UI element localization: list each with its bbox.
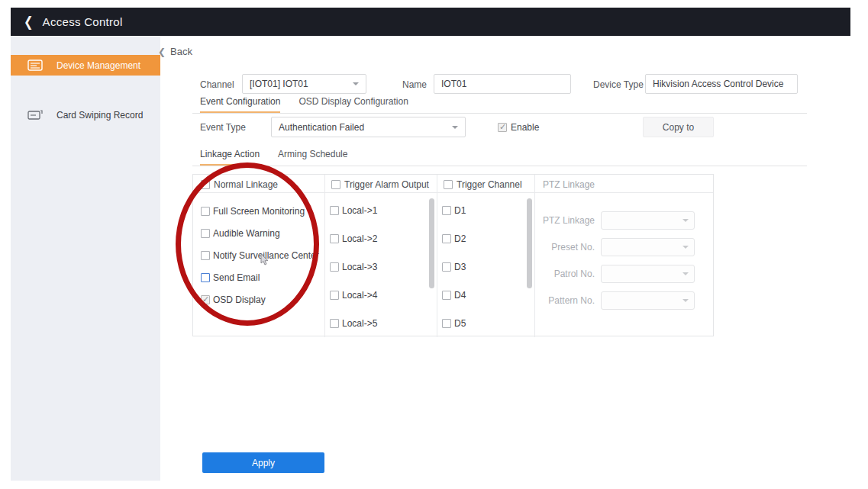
list-item: D2 <box>442 224 466 253</box>
local-3-checkbox[interactable] <box>330 262 339 272</box>
name-value: IOT01 <box>441 79 466 89</box>
chevron-down-icon <box>682 299 689 302</box>
sidebar-item-card-swiping-record[interactable]: Card Swiping Record <box>11 105 160 125</box>
ptz-linkage-label: PTZ Linkage <box>535 215 595 226</box>
local-2-checkbox[interactable] <box>330 234 339 243</box>
tab-linkage-action[interactable]: Linkage Action <box>200 149 260 166</box>
column-trigger-channel: Trigger Channel D1 D2 D3 D4 D5 <box>437 175 535 337</box>
linkage-tabs: Linkage Action Arming Schedule <box>200 149 347 166</box>
ptz-linkage-row: PTZ Linkage <box>535 211 695 230</box>
list-item: Local->4 <box>330 281 377 309</box>
event-type-label: Event Type <box>200 122 246 133</box>
list-item: Full Screen Monitoring <box>201 200 319 222</box>
trigger-alarm-output-checkbox[interactable] <box>331 180 340 189</box>
scrollbar-thumb[interactable] <box>429 198 434 288</box>
name-label: Name <box>402 79 427 90</box>
chevron-down-icon <box>353 82 359 85</box>
name-field[interactable]: IOT01 <box>434 74 571 94</box>
ptz-linkage-select <box>601 211 695 230</box>
app-window: ❮ Access Control Device Management Card … <box>11 8 850 481</box>
notify-surveillance-center-checkbox[interactable] <box>201 251 210 260</box>
enable-label: Enable <box>511 122 539 133</box>
card-swiping-record-icon <box>27 109 43 121</box>
patrol-no-row: Patrol No. <box>535 265 695 283</box>
list-item: Audible Warning <box>201 222 319 244</box>
copy-to-button[interactable]: Copy to <box>643 117 714 137</box>
sidebar: Device Management Card Swiping Record <box>11 36 160 481</box>
tab-osd-display-configuration[interactable]: OSD Display Configuration <box>298 96 408 113</box>
enable-checkbox[interactable] <box>498 123 507 132</box>
scrollbar-thumb[interactable] <box>527 198 532 288</box>
event-type-value: Authentication Failed <box>279 122 364 133</box>
channel-select[interactable]: [IOT01] IOT01 <box>242 74 366 94</box>
patrol-no-label: Patrol No. <box>535 269 595 279</box>
preset-no-row: Preset No. <box>535 238 695 256</box>
pattern-no-row: Pattern No. <box>535 291 695 310</box>
d1-checkbox[interactable] <box>442 206 451 215</box>
send-email-checkbox[interactable] <box>201 273 210 282</box>
local-4-checkbox[interactable] <box>330 291 339 300</box>
list-item: D1 <box>442 196 466 224</box>
linkage-action-table: Normal Linkage Full Screen Monitoring Au… <box>192 174 714 336</box>
list-item: Local->3 <box>330 253 377 281</box>
d2-checkbox[interactable] <box>442 234 451 243</box>
d5-checkbox[interactable] <box>442 319 451 328</box>
sidebar-item-label: Card Swiping Record <box>56 110 143 121</box>
divider <box>192 166 807 166</box>
back-label: Back <box>170 46 192 57</box>
trigger-channel-checkbox[interactable] <box>444 180 453 189</box>
preset-no-select <box>601 238 695 256</box>
channel-label: Channel <box>200 79 234 90</box>
pattern-no-select <box>601 291 695 310</box>
local-5-checkbox[interactable] <box>330 319 339 328</box>
back-arrow-icon: ❮ <box>158 47 166 57</box>
sidebar-item-label: Device Management <box>56 60 140 71</box>
back-chevron-icon[interactable]: ❮ <box>24 14 34 31</box>
list-item: D5 <box>442 309 466 337</box>
normal-linkage-checkbox[interactable] <box>201 180 210 189</box>
osd-display-checkbox[interactable] <box>201 295 210 304</box>
column-header-label: Trigger Channel <box>457 179 522 190</box>
channel-value: [IOT01] IOT01 <box>250 79 308 89</box>
column-ptz-linkage: PTZ Linkage PTZ Linkage Preset No. Patro… <box>535 175 715 337</box>
chevron-down-icon <box>682 272 689 275</box>
tab-event-configuration[interactable]: Event Configuration <box>200 96 280 113</box>
patrol-no-select <box>601 265 695 283</box>
list-item: Local->1 <box>330 196 377 224</box>
list-item: Local->2 <box>330 224 377 253</box>
event-type-select[interactable]: Authentication Failed <box>271 117 466 137</box>
local-1-checkbox[interactable] <box>330 206 339 215</box>
chevron-down-icon <box>682 219 689 222</box>
sidebar-item-device-management[interactable]: Device Management <box>11 55 160 76</box>
d4-checkbox[interactable] <box>442 291 451 300</box>
back-link[interactable]: ❮Back <box>158 46 192 57</box>
list-item: D3 <box>442 253 466 281</box>
preset-no-label: Preset No. <box>535 242 595 253</box>
titlebar: ❮ Access Control <box>11 8 850 36</box>
config-tabs: Event Configuration OSD Display Configur… <box>200 96 408 113</box>
device-management-icon <box>27 60 43 71</box>
pattern-no-label: Pattern No. <box>535 295 595 306</box>
list-item: Send Email <box>201 266 319 288</box>
apply-button[interactable]: Apply <box>202 452 324 473</box>
d3-checkbox[interactable] <box>442 262 451 272</box>
device-type-field[interactable]: Hikvision Access Control Device <box>645 74 798 94</box>
chevron-down-icon <box>682 246 689 249</box>
list-item: Local->5 <box>330 309 377 337</box>
column-trigger-alarm-output: Trigger Alarm Output Local->1 Local->2 L… <box>325 175 437 337</box>
list-item: D4 <box>442 281 466 309</box>
audible-warning-checkbox[interactable] <box>201 229 210 238</box>
device-type-value: Hikvision Access Control Device <box>653 79 783 89</box>
device-type-label: Device Type <box>593 79 644 90</box>
full-screen-monitoring-checkbox[interactable] <box>201 207 210 216</box>
list-item: Notify Surveillance Center <box>201 244 319 266</box>
enable-row: Enable <box>498 122 539 133</box>
page-title: Access Control <box>43 15 123 28</box>
column-normal-linkage: Normal Linkage Full Screen Monitoring Au… <box>193 175 325 337</box>
divider <box>192 113 807 114</box>
column-header-label: PTZ Linkage <box>543 179 595 190</box>
column-header-label: Trigger Alarm Output <box>344 179 429 190</box>
column-header-label: Normal Linkage <box>214 179 278 190</box>
tab-arming-schedule[interactable]: Arming Schedule <box>278 149 347 166</box>
chevron-down-icon <box>452 126 458 129</box>
